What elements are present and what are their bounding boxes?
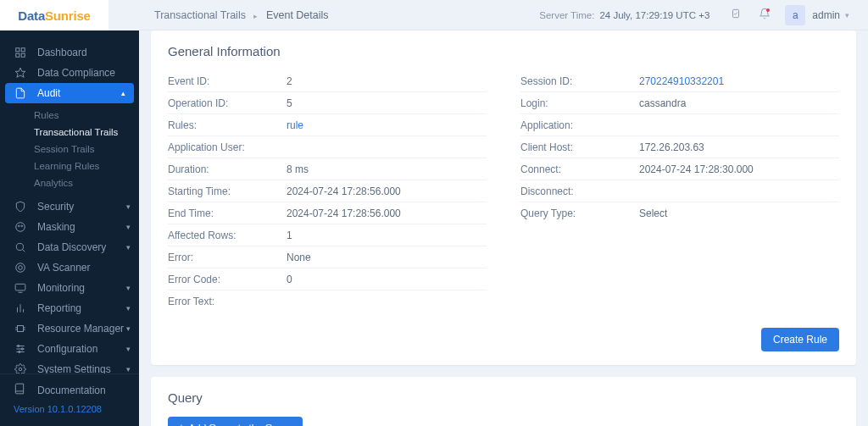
value-rules-link[interactable]: rule xyxy=(287,119,303,131)
server-time-label: Server Time: xyxy=(539,10,594,20)
nav-configuration[interactable]: Configuration ▾ xyxy=(0,339,139,359)
bar-chart-icon xyxy=(14,302,27,315)
nav-system-settings[interactable]: System Settings ▾ xyxy=(0,359,139,373)
svg-rect-3 xyxy=(16,48,19,52)
nav-security[interactable]: Security ▾ xyxy=(0,196,139,217)
content-scroll[interactable]: General Information Event ID:2 Operation… xyxy=(139,30,868,426)
nav-dashboard[interactable]: Dashboard xyxy=(0,42,139,63)
add-query-button[interactable]: + Add Query to the Group xyxy=(168,417,303,426)
sub-learning-rules[interactable]: Learning Rules xyxy=(0,158,139,174)
chevron-down-icon: ▾ xyxy=(126,345,131,353)
label-application: Application: xyxy=(520,119,639,131)
value-duration: 8 ms xyxy=(287,163,309,175)
sub-transactional-trails[interactable]: Transactional Trails xyxy=(0,124,139,141)
document-icon xyxy=(14,86,27,100)
sub-session-trails[interactable]: Session Trails xyxy=(0,141,139,158)
general-left-col: Event ID:2 Operation ID:5 Rules:rule App… xyxy=(168,70,487,313)
chevron-down-icon: ▾ xyxy=(126,324,131,333)
value-affected-rows: 1 xyxy=(287,230,292,241)
plus-icon: + xyxy=(178,422,185,426)
search-icon xyxy=(14,241,27,254)
svg-point-14 xyxy=(19,266,23,270)
label-app-user: Application User: xyxy=(168,141,287,153)
nav-audit[interactable]: Audit ▴ xyxy=(5,83,134,103)
svg-rect-20 xyxy=(18,326,24,332)
value-login: cassandra xyxy=(639,97,686,109)
nav-label: Data Discovery xyxy=(37,241,106,253)
nav-data-discovery[interactable]: Data Discovery ▾ xyxy=(0,237,139,257)
label-error-text: Error Text: xyxy=(168,296,287,307)
chevron-up-icon: ▴ xyxy=(121,89,125,97)
label-end-time: End Time: xyxy=(168,207,287,219)
sliders-icon xyxy=(14,342,27,356)
user-menu[interactable]: a admin ▾ xyxy=(782,3,856,28)
nav-data-compliance[interactable]: Data Compliance xyxy=(0,63,139,83)
sidebar-collapse-button[interactable] xyxy=(108,0,139,30)
value-session-id-link[interactable]: 270224910332201 xyxy=(639,75,724,87)
label-error: Error: xyxy=(168,252,287,263)
sub-analytics[interactable]: Analytics xyxy=(0,174,139,191)
general-info-title: General Information xyxy=(168,44,839,58)
label-connect: Connect: xyxy=(520,163,639,175)
general-right-col: Session ID:270224910332201 Login:cassand… xyxy=(520,70,839,313)
label-affected-rows: Affected Rows: xyxy=(168,230,287,241)
nav-label: Configuration xyxy=(37,343,97,355)
general-info-card: General Information Event ID:2 Operation… xyxy=(151,30,856,365)
label-starting-time: Starting Time: xyxy=(168,185,287,197)
svg-point-31 xyxy=(19,368,22,371)
nav-label: Monitoring xyxy=(37,282,85,294)
label-client-host: Client Host: xyxy=(520,141,639,153)
nav-documentation[interactable]: Documentation xyxy=(14,383,125,397)
logo-part1: Data xyxy=(18,8,45,23)
sidebar: DataSunrise Dashboard Data Compliance Au… xyxy=(0,0,139,426)
nav-va-scanner[interactable]: VA Scanner xyxy=(0,257,139,278)
sidebar-nav: Dashboard Data Compliance Audit ▴ Rules … xyxy=(0,30,139,373)
nav-label: Security xyxy=(37,201,74,213)
logo-row: DataSunrise xyxy=(0,0,139,30)
gear-icon xyxy=(14,362,27,373)
shield-icon xyxy=(14,200,27,213)
label-operation-id: Operation ID: xyxy=(168,97,287,109)
nav-resource-manager[interactable]: Resource Manager ▾ xyxy=(0,318,139,339)
value-connect: 2024-07-24 17:28:30.000 xyxy=(639,163,754,175)
dashboard-icon xyxy=(14,46,27,59)
value-end-time: 2024-07-24 17:28:56.000 xyxy=(287,207,401,219)
target-icon xyxy=(14,261,27,274)
breadcrumb-parent[interactable]: Transactional Trails xyxy=(154,9,246,21)
value-event-id: 2 xyxy=(287,75,292,87)
chevron-down-icon: ▾ xyxy=(845,11,849,19)
server-time-value: 24 July, 17:29:19 UTC +3 xyxy=(599,10,709,20)
monitor-icon xyxy=(14,281,27,295)
nav-label: Audit xyxy=(37,87,60,99)
nav-monitoring[interactable]: Monitoring ▾ xyxy=(0,278,139,298)
sidebar-footer: Documentation Version 10.1.0.12208 xyxy=(0,373,139,426)
user-label: admin xyxy=(812,9,840,21)
chevron-down-icon: ▾ xyxy=(126,223,131,231)
main-area: Transactional Trails ▸ Event Details Ser… xyxy=(139,0,868,426)
add-query-label: Add Query to the Group xyxy=(189,423,292,427)
breadcrumb: Transactional Trails ▸ Event Details xyxy=(154,9,329,21)
value-error-code: 0 xyxy=(287,274,292,285)
label-rules: Rules: xyxy=(168,119,287,131)
logo[interactable]: DataSunrise xyxy=(0,0,108,30)
label-login: Login: xyxy=(520,97,639,109)
notifications-button[interactable] xyxy=(750,1,779,30)
chevron-right-icon: ▸ xyxy=(253,12,258,20)
cpu-icon xyxy=(14,322,27,335)
chevron-down-icon: ▾ xyxy=(126,304,131,313)
query-title: Query xyxy=(168,390,839,405)
nav-label: System Settings xyxy=(37,363,111,373)
breadcrumb-current: Event Details xyxy=(266,9,329,21)
nav-masking[interactable]: Masking ▾ xyxy=(0,217,139,237)
sub-rules[interactable]: Rules xyxy=(0,107,139,124)
clipboard-button[interactable] xyxy=(721,1,750,30)
nav-label: VA Scanner xyxy=(37,262,90,274)
create-rule-button[interactable]: Create Rule xyxy=(761,328,839,351)
chevron-down-icon: ▾ xyxy=(126,243,131,252)
svg-point-10 xyxy=(21,225,23,227)
nav-reporting[interactable]: Reporting ▾ xyxy=(0,298,139,318)
nav-label: Documentation xyxy=(37,385,106,396)
svg-point-11 xyxy=(16,243,23,250)
label-session-id: Session ID: xyxy=(520,75,639,87)
svg-rect-15 xyxy=(15,284,25,290)
